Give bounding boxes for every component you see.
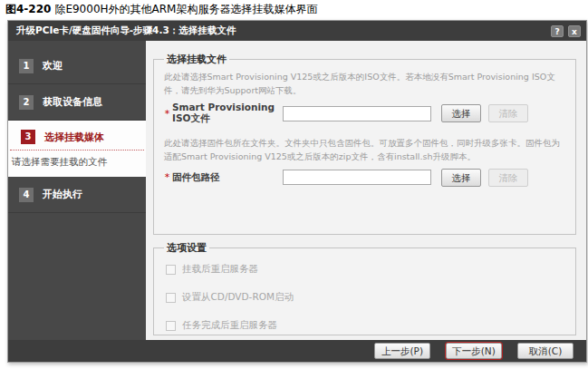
step-number-badge: 4: [19, 188, 34, 202]
help-icon[interactable]: ?: [551, 25, 564, 37]
option-label: 挂载后重启服务器: [182, 263, 258, 276]
iso-file-row: * Smart Provisioning ISO文件 选择 清除: [162, 102, 567, 125]
dialog-titlebar: 升级PCIe卡/硬盘固件向导-步骤4.3：选择挂载文件 ? x: [8, 21, 586, 41]
close-icon[interactable]: x: [568, 25, 581, 37]
select-mount-file-legend: 选择挂载文件: [164, 53, 229, 66]
iso-file-label: Smart Provisioning ISO文件: [172, 102, 283, 125]
required-marker: *: [162, 108, 172, 120]
firmware-path-row: * 固件包路径 选择 清除: [162, 169, 567, 187]
firmware-path-input[interactable]: [283, 170, 431, 185]
iso-clear-button: 清除: [488, 104, 528, 122]
iso-file-input[interactable]: [283, 106, 431, 121]
sidebar-step-device-info[interactable]: 2 获取设备信息: [8, 84, 146, 121]
firmware-path-label: 固件包路径: [172, 171, 283, 184]
figure-title: 除E9000H外的其他ARM架构服务器选择挂载媒体界面: [54, 3, 317, 15]
active-step-row: 3 选择挂载媒体: [10, 121, 144, 151]
select-mount-file-section: 选择挂载文件 此处请选择Smart Provisioning V125或之后版本…: [153, 53, 576, 235]
option-restart-after-mount: 挂载后重启服务器: [166, 263, 567, 276]
wizard-steps-sidebar: 1 欢迎 2 获取设备信息 3 选择挂载媒体 请选择需要挂载的文件 4 开始执行: [8, 41, 146, 340]
step-label: 选择挂载媒体: [44, 131, 104, 144]
dialog-title: 升级PCIe卡/硬盘固件向导-步骤4.3：选择挂载文件: [16, 24, 236, 37]
main-content: 选择挂载文件 此处请选择Smart Provisioning V125或之后版本…: [146, 41, 586, 340]
option-restart-after-task: 任务完成后重启服务器: [166, 319, 567, 332]
option-label: 任务完成后重启服务器: [182, 319, 277, 332]
options-section: 选项设置 挂载后重启服务器 设置从CD/DVD-ROM启动 任务完成后重启服务器…: [153, 241, 576, 335]
figure-label: 图4-220: [5, 3, 51, 15]
option-boot-from-cdrom: 设置从CD/DVD-ROM启动: [166, 291, 567, 304]
step-number-badge: 1: [19, 59, 34, 73]
firmware-select-button[interactable]: 选择: [441, 169, 481, 187]
step-number-badge: 3: [21, 130, 35, 144]
previous-step-button[interactable]: 上一步(P): [374, 343, 430, 359]
sidebar-step-select-media[interactable]: 3 选择挂载媒体 请选择需要挂载的文件: [8, 121, 146, 177]
sidebar-step-welcome[interactable]: 1 欢迎: [8, 48, 146, 84]
step-label: 获取设备信息: [43, 95, 102, 109]
firmware-clear-button: 清除: [488, 169, 528, 187]
option-label: 设置从CD/DVD-ROM启动: [182, 291, 294, 304]
iso-select-button[interactable]: 选择: [441, 104, 481, 122]
sidebar-step-execute[interactable]: 4 开始执行: [8, 177, 146, 213]
active-step-sublabel: 请选择需要挂载的文件: [8, 151, 146, 177]
wizard-footer: 上一步(P) 下一步(N) 取消(C): [8, 340, 586, 362]
checkbox-icon: [166, 293, 176, 303]
step-number-badge: 2: [19, 95, 34, 110]
options-legend: 选项设置: [164, 241, 209, 255]
firmware-description: 此处请选择固件包所在文件夹。文件夹中只包含固件包。可放置多个固件包，同时升级多张…: [164, 137, 567, 163]
titlebar-buttons: ? x: [551, 25, 581, 37]
checkbox-icon: [166, 265, 176, 275]
figure-caption: 图4-220除E9000H外的其他ARM架构服务器选择挂载媒体界面: [5, 2, 317, 17]
step-label: 欢迎: [43, 59, 63, 73]
next-step-button[interactable]: 下一步(N): [446, 343, 502, 359]
step-label: 开始执行: [43, 188, 82, 201]
checkbox-icon: [166, 321, 176, 331]
iso-description: 此处请选择Smart Provisioning V125或之后版本的ISO文件。…: [164, 71, 567, 97]
upgrade-wizard-dialog: 升级PCIe卡/硬盘固件向导-步骤4.3：选择挂载文件 ? x 1 欢迎 2 获…: [7, 20, 587, 363]
cancel-button[interactable]: 取消(C): [517, 343, 574, 359]
required-marker: *: [162, 171, 172, 183]
dialog-body: 1 欢迎 2 获取设备信息 3 选择挂载媒体 请选择需要挂载的文件 4 开始执行: [8, 41, 586, 340]
